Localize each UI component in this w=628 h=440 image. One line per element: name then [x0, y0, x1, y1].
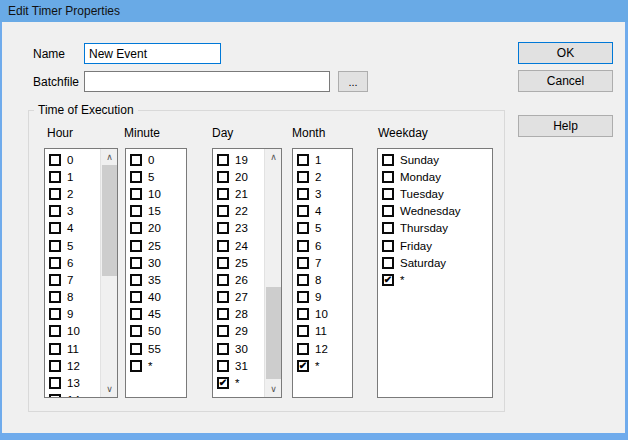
- day-option-21[interactable]: 21: [213, 185, 264, 202]
- day-option-27[interactable]: 27: [213, 289, 264, 306]
- hour-option-5[interactable]: 5: [45, 237, 100, 254]
- month-option-5[interactable]: 5: [293, 220, 352, 237]
- weekday-option-Wednesday[interactable]: Wednesday: [378, 203, 492, 220]
- ok-button[interactable]: OK: [518, 42, 613, 64]
- day-option-29[interactable]: 29: [213, 323, 264, 340]
- month-option-7[interactable]: 7: [293, 254, 352, 271]
- minute-option-20[interactable]: 20: [126, 220, 186, 237]
- checkbox-unchecked-icon: [217, 257, 229, 269]
- day-scrollbar-thumb[interactable]: [266, 287, 281, 379]
- hour-option-3[interactable]: 3: [45, 203, 100, 220]
- option-label: 15: [148, 205, 161, 217]
- weekday-option-Friday[interactable]: Friday: [378, 237, 492, 254]
- cancel-button[interactable]: Cancel: [518, 70, 613, 92]
- option-label: 22: [235, 205, 248, 217]
- hour-option-7[interactable]: 7: [45, 271, 100, 288]
- hour-option-9[interactable]: 9: [45, 306, 100, 323]
- day-option-30[interactable]: 30: [213, 340, 264, 357]
- option-label: 3: [315, 188, 321, 200]
- day-option-20[interactable]: 20: [213, 168, 264, 185]
- option-label: Tuesday: [400, 188, 444, 200]
- minute-option-50[interactable]: 50: [126, 323, 186, 340]
- minute-option-*[interactable]: *: [126, 357, 186, 374]
- batchfile-input[interactable]: [84, 71, 330, 92]
- month-option-9[interactable]: 9: [293, 289, 352, 306]
- day-option-24[interactable]: 24: [213, 237, 264, 254]
- titlebar[interactable]: Edit Timer Properties: [0, 0, 628, 22]
- hour-listbox[interactable]: 01234567891011121314∧∨: [44, 148, 118, 398]
- checkbox-unchecked-icon: [297, 291, 309, 303]
- month-option-6[interactable]: 6: [293, 237, 352, 254]
- minute-option-10[interactable]: 10: [126, 185, 186, 202]
- hour-option-8[interactable]: 8: [45, 289, 100, 306]
- minute-option-55[interactable]: 55: [126, 340, 186, 357]
- hour-vertical-scrollbar[interactable]: ∧∨: [100, 149, 117, 397]
- hour-option-13[interactable]: 13: [45, 374, 100, 391]
- option-label: 25: [148, 240, 161, 252]
- checkbox-unchecked-icon: [49, 394, 61, 398]
- option-label: Saturday: [400, 257, 446, 269]
- scroll-up-icon[interactable]: ∧: [265, 149, 282, 165]
- weekday-listbox[interactable]: SundayMondayTuesdayWednesdayThursdayFrid…: [377, 148, 493, 398]
- month-option-*[interactable]: ✔*: [293, 357, 352, 374]
- name-input[interactable]: [84, 43, 221, 64]
- day-vertical-scrollbar[interactable]: ∧∨: [264, 149, 281, 397]
- minute-option-35[interactable]: 35: [126, 271, 186, 288]
- option-label: 6: [315, 240, 321, 252]
- minute-option-30[interactable]: 30: [126, 254, 186, 271]
- hour-option-14[interactable]: 14: [45, 392, 100, 398]
- scroll-up-icon[interactable]: ∧: [101, 149, 118, 165]
- option-label: Thursday: [400, 222, 448, 234]
- weekday-option-Thursday[interactable]: Thursday: [378, 220, 492, 237]
- hour-option-12[interactable]: 12: [45, 357, 100, 374]
- day-option-31[interactable]: 31: [213, 357, 264, 374]
- option-label: Friday: [400, 240, 432, 252]
- day-option-*[interactable]: ✔*: [213, 374, 264, 391]
- day-option-28[interactable]: 28: [213, 306, 264, 323]
- checkbox-unchecked-icon: [297, 308, 309, 320]
- checkbox-unchecked-icon: [382, 171, 394, 183]
- month-option-1[interactable]: 1: [293, 151, 352, 168]
- day-option-22[interactable]: 22: [213, 203, 264, 220]
- month-option-11[interactable]: 11: [293, 323, 352, 340]
- minute-option-15[interactable]: 15: [126, 203, 186, 220]
- month-option-8[interactable]: 8: [293, 271, 352, 288]
- month-option-2[interactable]: 2: [293, 168, 352, 185]
- hour-option-4[interactable]: 4: [45, 220, 100, 237]
- hour-option-0[interactable]: 0: [45, 151, 100, 168]
- minute-option-45[interactable]: 45: [126, 306, 186, 323]
- checkbox-unchecked-icon: [297, 154, 309, 166]
- minute-listbox[interactable]: 0510152025303540455055*: [125, 148, 187, 398]
- checkbox-checked-icon: ✔: [382, 274, 394, 286]
- hour-option-11[interactable]: 11: [45, 340, 100, 357]
- minute-rows: 0510152025303540455055*: [126, 149, 186, 374]
- help-button[interactable]: Help: [518, 115, 613, 137]
- hour-option-1[interactable]: 1: [45, 168, 100, 185]
- minute-option-0[interactable]: 0: [126, 151, 186, 168]
- minute-option-40[interactable]: 40: [126, 289, 186, 306]
- scroll-down-icon[interactable]: ∨: [265, 381, 282, 397]
- month-option-12[interactable]: 12: [293, 340, 352, 357]
- minute-option-25[interactable]: 25: [126, 237, 186, 254]
- day-option-25[interactable]: 25: [213, 254, 264, 271]
- day-option-26[interactable]: 26: [213, 271, 264, 288]
- hour-option-2[interactable]: 2: [45, 185, 100, 202]
- scroll-down-icon[interactable]: ∨: [101, 381, 118, 397]
- month-option-4[interactable]: 4: [293, 203, 352, 220]
- month-option-10[interactable]: 10: [293, 306, 352, 323]
- minute-option-5[interactable]: 5: [126, 168, 186, 185]
- weekday-option-Tuesday[interactable]: Tuesday: [378, 185, 492, 202]
- day-option-23[interactable]: 23: [213, 220, 264, 237]
- day-listbox[interactable]: 19202122232425262728293031✔*∧∨: [212, 148, 282, 398]
- hour-option-10[interactable]: 10: [45, 323, 100, 340]
- hour-option-6[interactable]: 6: [45, 254, 100, 271]
- browse-button[interactable]: ...: [338, 71, 368, 92]
- weekday-option-*[interactable]: ✔*: [378, 271, 492, 288]
- weekday-option-Sunday[interactable]: Sunday: [378, 151, 492, 168]
- month-option-3[interactable]: 3: [293, 185, 352, 202]
- weekday-option-Monday[interactable]: Monday: [378, 168, 492, 185]
- day-option-19[interactable]: 19: [213, 151, 264, 168]
- month-listbox[interactable]: 123456789101112✔*: [292, 148, 353, 398]
- weekday-option-Saturday[interactable]: Saturday: [378, 254, 492, 271]
- hour-scrollbar-thumb[interactable]: [102, 165, 117, 276]
